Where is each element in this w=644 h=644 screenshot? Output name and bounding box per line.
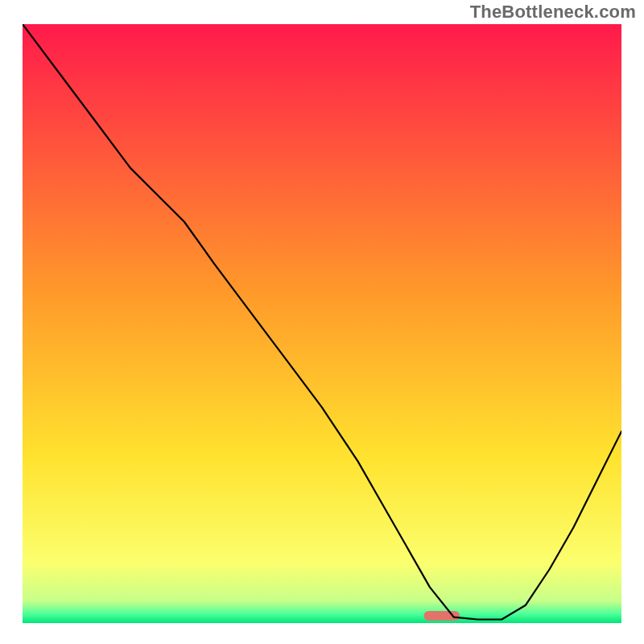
watermark-text: TheBottleneck.com [470,2,636,23]
chart-container: TheBottleneck.com [0,0,644,644]
gradient-background [23,24,621,623]
chart-svg [23,24,621,623]
plot-area [23,24,621,623]
optimum-marker [423,611,460,621]
